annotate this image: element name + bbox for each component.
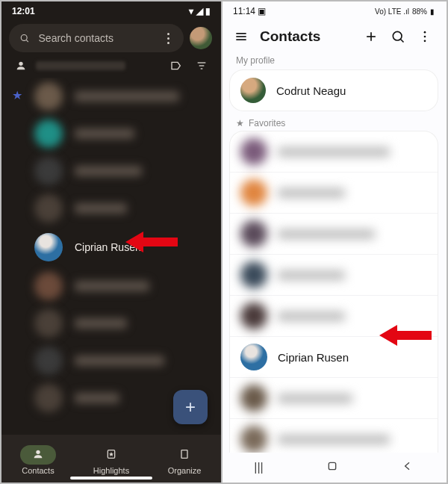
- svg-marker-20: [379, 325, 432, 346]
- plus-icon: [364, 29, 379, 44]
- search-bar[interactable]: [9, 24, 184, 52]
- star-icon: ★: [12, 88, 22, 102]
- tab-organize[interactable]: Organize: [167, 445, 202, 475]
- status-time: 12:01: [12, 6, 35, 16]
- svg-point-19: [424, 40, 426, 43]
- svg-point-2: [19, 62, 22, 66]
- section-favorites: ★ Favorites: [223, 111, 445, 131]
- bottom-nav: Contacts Highlights Organize: [1, 435, 221, 483]
- profile-name: Codrut Neagu: [276, 84, 346, 97]
- svg-point-7: [36, 450, 40, 454]
- hamburger-icon: [234, 29, 249, 44]
- svg-line-16: [401, 40, 404, 43]
- annotation-arrow-right: [379, 323, 432, 348]
- account-email-blurred: [36, 61, 125, 70]
- contact-name: Ciprian Rusen: [278, 351, 349, 364]
- organize-icon: [178, 448, 190, 460]
- svg-line-1: [26, 40, 28, 43]
- search-icon: [19, 31, 30, 45]
- tab-contacts[interactable]: Contacts: [20, 445, 56, 475]
- profile-avatar: [240, 78, 266, 103]
- my-profile-row[interactable]: Codrut Neagu: [230, 70, 438, 111]
- list-item[interactable]: [1, 152, 221, 190]
- filter-icon[interactable]: [196, 60, 208, 72]
- highlights-icon: [105, 448, 117, 460]
- label-icon[interactable]: [170, 60, 182, 72]
- star-icon: ★: [236, 118, 244, 128]
- battery-icon: ▮: [430, 7, 435, 16]
- contact-avatar: [34, 233, 63, 261]
- status-right-icons: ▾ ◢ ▮: [189, 6, 211, 16]
- gallery-icon: ▣: [258, 6, 266, 16]
- contact-list[interactable]: ★ Ciprian Rusen: [1, 78, 221, 429]
- plus-icon: +: [185, 397, 196, 418]
- list-item[interactable]: [230, 214, 438, 255]
- home-button[interactable]: [326, 460, 338, 475]
- list-item[interactable]: [1, 78, 221, 115]
- list-item[interactable]: [230, 378, 438, 419]
- svg-marker-6: [125, 232, 178, 252]
- search-button[interactable]: [390, 29, 406, 44]
- search-icon: [391, 29, 405, 44]
- menu-button[interactable]: [233, 29, 249, 44]
- status-time: 11:14: [233, 6, 255, 16]
- svg-point-18: [424, 36, 426, 38]
- svg-point-15: [393, 31, 402, 40]
- list-item[interactable]: [1, 190, 221, 227]
- list-item[interactable]: [1, 305, 221, 342]
- page-title: Contacts: [260, 28, 352, 45]
- contact-avatar: [240, 344, 267, 370]
- more-icon[interactable]: [163, 33, 173, 44]
- back-button[interactable]: [402, 460, 414, 475]
- search-input[interactable]: [39, 32, 155, 44]
- contact-ciprian-rusen[interactable]: Ciprian Rusen: [1, 227, 221, 267]
- google-contacts-screen: 12:01 ▾ ◢ ▮ ★ Ciprian Rusen: [1, 1, 223, 483]
- status-net: Vo) LTE .ıl: [375, 7, 409, 16]
- contacts-icon: [32, 448, 44, 460]
- list-item[interactable]: [230, 255, 438, 296]
- home-indicator[interactable]: [70, 477, 152, 480]
- list-item[interactable]: [1, 267, 221, 305]
- system-nav-bar: |||: [223, 453, 445, 483]
- person-icon: [15, 60, 27, 72]
- account-filter-row: [1, 57, 221, 78]
- add-contact-fab[interactable]: +: [173, 390, 208, 424]
- account-avatar[interactable]: [190, 27, 212, 49]
- status-battery: 88%: [412, 7, 427, 16]
- more-button[interactable]: [417, 29, 433, 44]
- more-icon: [417, 29, 432, 44]
- status-bar: 11:14 ▣ Vo) LTE .ıl 88%▮: [223, 1, 445, 18]
- favorites-list[interactable]: Ciprian Rusen: [230, 131, 438, 483]
- svg-point-0: [21, 34, 27, 40]
- recents-button[interactable]: |||: [254, 461, 263, 474]
- list-item[interactable]: [230, 173, 438, 214]
- list-item[interactable]: [230, 131, 438, 173]
- list-item[interactable]: [1, 115, 221, 152]
- app-header: Contacts: [223, 18, 445, 51]
- annotation-arrow-left: [125, 229, 178, 255]
- section-my-profile: My profile: [223, 51, 445, 70]
- svg-point-17: [424, 31, 426, 34]
- add-button[interactable]: [363, 29, 379, 44]
- tab-highlights[interactable]: Highlights: [93, 445, 129, 475]
- status-bar: 12:01 ▾ ◢ ▮: [1, 1, 221, 18]
- svg-rect-9: [181, 450, 187, 459]
- svg-rect-21: [329, 462, 336, 469]
- list-item[interactable]: [1, 342, 221, 379]
- samsung-contacts-screen: 11:14 ▣ Vo) LTE .ıl 88%▮ Contacts My pro…: [223, 1, 445, 483]
